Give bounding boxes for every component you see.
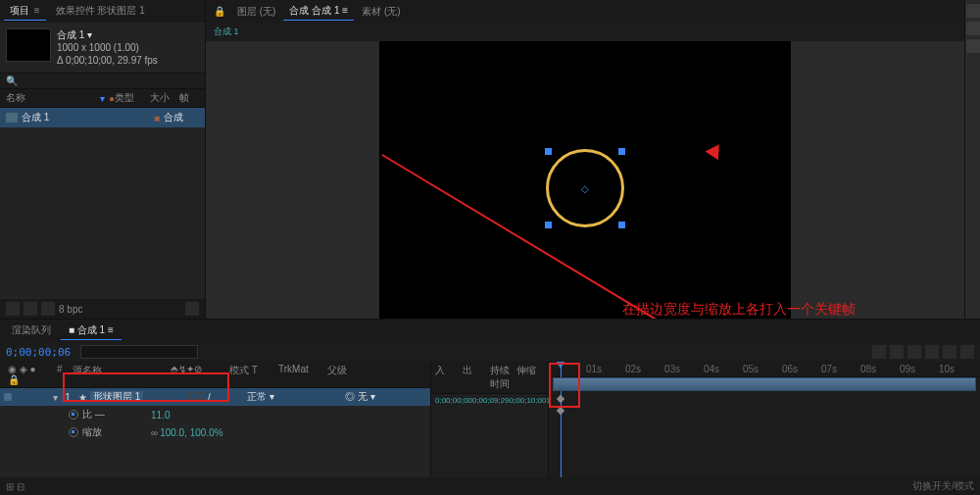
col-duration[interactable]: 持续时间 — [490, 364, 517, 391]
tab-render-queue[interactable]: 渲染队列 — [4, 322, 59, 340]
timeline-io-columns: 入 出 持续时间 伸缩 0;00;00;00 0;00;09;29 0;00;1… — [431, 362, 549, 477]
layer-color-label[interactable]: ★ — [78, 392, 87, 403]
timeline-columns-header: ◉ ◈ ● 🔒 # 源名称 ⬘↯✦⊘ 模式 T TrkMat 父级 — [0, 362, 430, 388]
new-comp-button[interactable] — [41, 302, 55, 316]
project-footer: 8 bpc — [0, 299, 205, 319]
frame-blend-button[interactable] — [925, 345, 939, 359]
toggle-switches-button[interactable]: 切换开关/模式 — [912, 479, 974, 493]
timeline-search-input[interactable] — [80, 345, 198, 359]
property-value[interactable]: 11.0 — [151, 410, 170, 421]
tab-effect-controls[interactable]: 效果控件 形状图层 1 — [50, 2, 151, 21]
layer-index: 1 — [60, 392, 75, 403]
twirl-icon[interactable]: ▾ — [53, 392, 58, 403]
layer-switch[interactable] — [198, 392, 206, 400]
project-search[interactable]: 🔍 — [0, 73, 205, 89]
layer-duration-bar[interactable] — [553, 377, 976, 391]
timeline-header: 0;00;00;06 — [0, 342, 980, 362]
property-row[interactable]: 缩放 ∞ 100.0, 100.0% — [0, 423, 430, 441]
anchor-point-icon[interactable]: ◇ — [581, 183, 589, 194]
bbox-handle[interactable] — [545, 148, 552, 155]
stopwatch-icon[interactable] — [69, 427, 78, 437]
dock-button[interactable] — [966, 39, 980, 53]
tab-footage[interactable]: 素材 (无) — [356, 3, 406, 21]
parent-dropdown[interactable]: ◎ 无 ▾ — [345, 390, 423, 404]
tab-composition[interactable]: 合成 合成 1 ≡ — [283, 2, 354, 21]
bbox-handle[interactable] — [618, 222, 625, 228]
col-parent[interactable]: 父级 — [323, 364, 402, 385]
constrain-proportions-icon[interactable]: ∞ — [151, 427, 158, 438]
in-value[interactable]: 0;00;00;00 — [435, 396, 472, 405]
out-value[interactable]: 0;00;09;29 — [472, 396, 510, 405]
layer-name[interactable]: 形状图层 1 — [90, 391, 143, 402]
layer-row[interactable]: ▾ 1 ★ 形状图层 1 / 正常 ▾ ◎ 无 ▾ — [0, 388, 430, 406]
bbox-handle[interactable] — [545, 222, 552, 228]
comp-thumbnail[interactable] — [6, 28, 51, 62]
layer-switch[interactable] — [188, 392, 196, 400]
viewer-panel: 🔒 图层 (无) 合成 合成 1 ≡ 素材 (无) 合成 1 ◇ 在描边宽度与缩… — [206, 0, 964, 319]
keyframe-diamond[interactable] — [557, 407, 564, 415]
comp-breadcrumb[interactable]: 合成 1 — [206, 23, 964, 41]
col-in[interactable]: 入 — [435, 364, 463, 391]
shape-circle[interactable]: ◇ — [546, 149, 624, 227]
annotation-text: 在描边宽度与缩放上各打入一个关键帧 — [622, 301, 856, 319]
current-timecode[interactable]: 0;00;00;06 — [6, 346, 71, 359]
menu-icon[interactable]: ≡ — [342, 5, 348, 16]
comp-mini-flowchart-button[interactable] — [872, 345, 886, 359]
comp-dimensions: 1000 x 1000 (1.00) — [57, 41, 158, 54]
property-name: 比 — — [82, 408, 151, 421]
draft3d-button[interactable] — [890, 345, 904, 359]
project-item-row[interactable]: 合成 1 ■ 合成 — [0, 108, 205, 127]
bpc-label[interactable]: 8 bpc — [59, 304, 82, 315]
property-row[interactable]: 比 — 11.0 — [0, 406, 430, 423]
timeline-tabs: 渲染队列 ■ 合成 1 ≡ — [0, 320, 980, 342]
project-panel: 项目 ≡ 效果控件 形状图层 1 合成 1 ▾ 1000 x 1000 (1.0… — [0, 0, 206, 319]
col-fps[interactable]: 帧 — [179, 91, 199, 105]
tab-project[interactable]: 项目 ≡ — [4, 2, 46, 21]
composition-icon — [6, 113, 18, 123]
project-item-name: 合成 1 — [22, 111, 154, 124]
tab-timeline-comp[interactable]: ■ 合成 1 ≡ — [61, 322, 122, 340]
property-value[interactable]: 100.0, 100.0% — [160, 427, 223, 438]
bbox-handle[interactable] — [618, 148, 625, 155]
timeline-layer-outline: ◉ ◈ ● 🔒 # 源名称 ⬘↯✦⊘ 模式 T TrkMat 父级 ▾ 1 ★ … — [0, 362, 431, 477]
lock-icon[interactable]: 🔒 — [210, 6, 229, 17]
timeline-panel: 渲染队列 ■ 合成 1 ≡ 0;00;00;06 ◉ ◈ ● 🔒 # 源名称 ⬘… — [0, 319, 980, 495]
interpret-footage-button[interactable] — [6, 302, 20, 316]
new-folder-button[interactable] — [24, 302, 37, 316]
twirl-layer-button[interactable]: ⊞ ⊟ — [6, 481, 24, 492]
col-trkmat[interactable]: TrkMat — [274, 364, 323, 385]
comp-name-label[interactable]: 合成 1 ▾ — [57, 28, 158, 41]
stopwatch-icon[interactable] — [69, 410, 78, 420]
dock-button[interactable] — [966, 22, 980, 35]
blend-mode-dropdown[interactable]: 正常 ▾ — [247, 390, 296, 404]
io-values-row: 0;00;00;00 0;00;09;29 0;00;10;00 100.0% — [431, 394, 548, 407]
graph-editor-button[interactable] — [960, 345, 974, 359]
comp-info: 合成 1 ▾ 1000 x 1000 (1.00) Δ 0;00;10;00, … — [0, 23, 205, 73]
timeline-body: ◉ ◈ ● 🔒 # 源名称 ⬘↯✦⊘ 模式 T TrkMat 父级 ▾ 1 ★ … — [0, 362, 980, 477]
col-size[interactable]: 大小 — [150, 91, 179, 105]
menu-icon[interactable]: ≡ — [34, 5, 40, 16]
viewer-tabs: 🔒 图层 (无) 合成 合成 1 ≡ 素材 (无) — [206, 0, 964, 23]
composition-viewer[interactable]: ◇ 在描边宽度与缩放上各打入一个关键帧 — [206, 41, 964, 335]
time-ruler[interactable]: 01s 02s 03s 04s 05s 06s 07s 08s 09s 10s — [549, 362, 980, 377]
col-name[interactable]: 名称 — [6, 91, 25, 105]
col-type[interactable]: 类型 — [115, 91, 150, 105]
col-source-name[interactable]: 源名称 — [69, 364, 167, 385]
timeline-tracks[interactable]: 01s 02s 03s 04s 05s 06s 07s 08s 09s 10s — [549, 362, 980, 477]
motion-blur-button[interactable] — [943, 345, 956, 359]
col-out[interactable]: 出 — [463, 364, 490, 391]
shy-button[interactable] — [907, 345, 921, 359]
search-icon: 🔍 — [6, 75, 18, 86]
col-stretch[interactable]: 伸缩 — [516, 364, 544, 391]
col-mode[interactable]: 模式 T — [225, 364, 274, 385]
project-item-tag: ■ — [154, 113, 160, 124]
timeline-footer: ⊞ ⊟ 切换开关/模式 — [0, 477, 980, 495]
dock-button[interactable] — [966, 4, 980, 18]
comp-duration: Δ 0;00;10;00, 29.97 fps — [57, 54, 158, 67]
keyframe-diamond[interactable] — [557, 395, 564, 403]
sort-arrow-icon[interactable]: ▾ — [100, 93, 105, 104]
tab-layer[interactable]: 图层 (无) — [231, 3, 281, 21]
duration-value[interactable]: 0;00;10;00 — [510, 396, 547, 405]
visibility-toggle[interactable] — [4, 393, 12, 401]
trash-button[interactable] — [185, 302, 199, 316]
